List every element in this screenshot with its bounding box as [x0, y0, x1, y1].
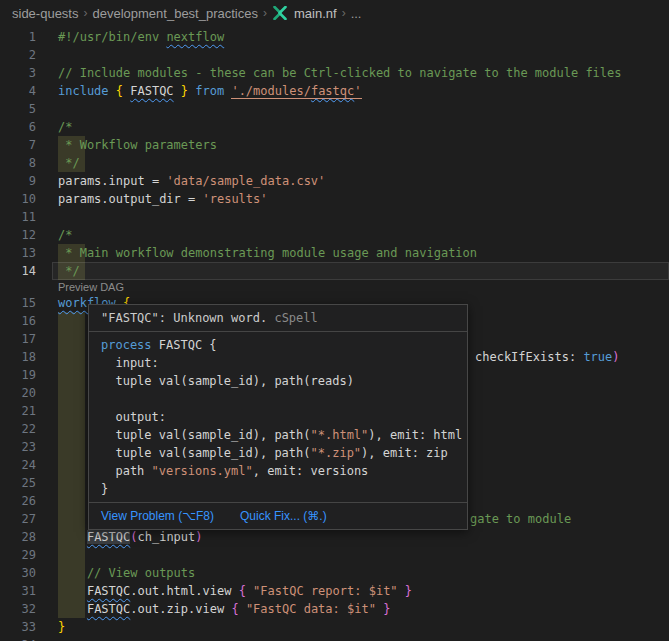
- line-number[interactable]: 2: [0, 46, 46, 64]
- line-number[interactable]: 27: [0, 510, 46, 528]
- code-token: // Include modules - these can be Ctrl-c…: [58, 66, 622, 80]
- line-number[interactable]: 20: [0, 384, 46, 402]
- code-line-content[interactable]: #!/usr/bin/env nextflow: [58, 28, 224, 46]
- code-line-content[interactable]: * Main workflow demonstrating module usa…: [58, 244, 477, 262]
- line-number[interactable]: 13: [0, 244, 46, 262]
- code-token: ch_input: [138, 530, 196, 544]
- code-line[interactable]: 13 * Main workflow demonstrating module …: [0, 244, 669, 262]
- nextflow-icon: [272, 6, 288, 20]
- code-line[interactable]: 9params.input = 'data/sample_data.csv': [0, 172, 669, 190]
- code-line-content[interactable]: params.input = 'data/sample_data.csv': [58, 172, 325, 190]
- code-line-content[interactable]: /*: [58, 226, 72, 244]
- codelens-preview-dag[interactable]: Preview DAG: [58, 281, 124, 293]
- code-line-content[interactable]: }: [58, 618, 65, 636]
- code-line[interactable]: 8 */: [0, 154, 669, 172]
- spell-error-source: cSpell: [274, 311, 317, 325]
- line-number[interactable]: 17: [0, 330, 46, 348]
- line-number[interactable]: 7: [0, 136, 46, 154]
- breadcrumb-item-symbol-ellipsis[interactable]: ...: [351, 6, 362, 21]
- code-token: ): [612, 350, 619, 364]
- line-number[interactable]: 14: [0, 262, 46, 280]
- code-line[interactable]: 3// Include modules - these can be Ctrl-…: [0, 64, 669, 82]
- line-number[interactable]: 4: [0, 82, 46, 100]
- line-number[interactable]: 29: [0, 546, 46, 564]
- hover-popup: "FASTQC": Unknown word. cSpell process F…: [88, 304, 468, 530]
- line-number[interactable]: 25: [0, 474, 46, 492]
- line-number[interactable]: 9: [0, 172, 46, 190]
- line-number[interactable]: 31: [0, 582, 46, 600]
- line-number[interactable]: 30: [0, 564, 46, 582]
- code-line[interactable]: 5: [0, 100, 669, 118]
- line-number[interactable]: 24: [0, 456, 46, 474]
- breadcrumb-item-side-quests[interactable]: side-quests: [12, 6, 78, 21]
- line-number[interactable]: 6: [0, 118, 46, 136]
- breadcrumb-item-development-best-practices[interactable]: development_best_practices: [92, 6, 258, 21]
- code-line-content[interactable]: // Include modules - these can be Ctrl-c…: [58, 64, 622, 82]
- code-token: (: [130, 530, 137, 544]
- line-number[interactable]: 12: [0, 226, 46, 244]
- code-line-content[interactable]: * Workflow parameters: [58, 136, 217, 154]
- code-line[interactable]: 10params.output_dir = 'results': [0, 190, 669, 208]
- line-number[interactable]: 11: [0, 208, 46, 226]
- code-line[interactable]: 31 FASTQC.out.html.view { "FastQC report…: [0, 582, 669, 600]
- popup-code-line: }: [101, 480, 455, 498]
- line-number[interactable]: 15: [0, 294, 46, 312]
- line-number[interactable]: 3: [0, 64, 46, 82]
- code-token: "*.html": [311, 428, 369, 442]
- code-line-content[interactable]: include { FASTQC } from './modules/fastq…: [58, 82, 362, 100]
- code-line[interactable]: 2: [0, 46, 669, 64]
- breadcrumb-item-main-nf[interactable]: main.nf: [294, 6, 337, 21]
- code-line[interactable]: 30 // View outputs: [0, 564, 669, 582]
- code-token: [58, 602, 87, 616]
- code-line[interactable]: 28 FASTQC(ch_input): [0, 528, 669, 546]
- code-line[interactable]: 29: [0, 546, 669, 564]
- code-token: // View outputs: [58, 566, 195, 580]
- line-number[interactable]: 10: [0, 190, 46, 208]
- code-line[interactable]: 14 */: [0, 262, 669, 280]
- code-line-content[interactable]: // View outputs: [58, 564, 195, 582]
- code-token: './modules/: [231, 84, 310, 99]
- code-line-content[interactable]: /*: [58, 118, 72, 136]
- code-token: params.output_dir =: [58, 192, 203, 206]
- line-number[interactable]: 21: [0, 402, 46, 420]
- code-line[interactable]: 33}: [0, 618, 669, 636]
- line-number[interactable]: 33: [0, 618, 46, 636]
- line-number[interactable]: 5: [0, 100, 46, 118]
- line-number[interactable]: 34: [0, 636, 46, 641]
- code-line[interactable]: 34: [0, 636, 669, 641]
- line-number[interactable]: 19: [0, 366, 46, 384]
- code-line[interactable]: 32 FASTQC.out.zip.view { "FastQC data: $…: [0, 600, 669, 618]
- code-line[interactable]: 6/*: [0, 118, 669, 136]
- code-line-content[interactable]: params.output_dir = 'results': [58, 190, 268, 208]
- line-number[interactable]: 1: [0, 28, 46, 46]
- line-number[interactable]: 18: [0, 348, 46, 366]
- code-token: }: [405, 584, 412, 598]
- code-token: params.input =: [58, 174, 166, 188]
- view-problem-link[interactable]: View Problem (⌥F8): [101, 507, 214, 525]
- code-line-content[interactable]: */: [58, 262, 80, 280]
- code-editor[interactable]: 1#!/usr/bin/env nextflow23// Include mod…: [0, 26, 669, 641]
- code-line-content[interactable]: */: [58, 154, 80, 172]
- code-line[interactable]: 7 * Workflow parameters: [0, 136, 669, 154]
- code-token: /*: [58, 120, 72, 134]
- code-token: FASTQC {: [159, 338, 217, 352]
- quick-fix-link[interactable]: Quick Fix... (⌘.): [240, 507, 327, 525]
- line-number[interactable]: 22: [0, 420, 46, 438]
- code-line[interactable]: 11: [0, 208, 669, 226]
- line-number[interactable]: 28: [0, 528, 46, 546]
- code-line[interactable]: 4include { FASTQC } from './modules/fast…: [0, 82, 669, 100]
- code-line[interactable]: 12/*: [0, 226, 669, 244]
- code-line-content[interactable]: FASTQC(ch_input): [58, 528, 203, 546]
- code-line-content[interactable]: FASTQC.out.html.view { "FastQC report: $…: [58, 582, 412, 600]
- line-number[interactable]: 26: [0, 492, 46, 510]
- line-number[interactable]: 32: [0, 600, 46, 618]
- code-line-content[interactable]: FASTQC.out.zip.view { "FastQC data: $it"…: [58, 600, 390, 618]
- code-line[interactable]: 1#!/usr/bin/env nextflow: [0, 28, 669, 46]
- code-token: ): [195, 530, 202, 544]
- line-number[interactable]: 8: [0, 154, 46, 172]
- popup-code-line: input:: [101, 354, 455, 372]
- code-token: 'results': [203, 192, 268, 206]
- breadcrumb-separator: ›: [263, 6, 267, 20]
- line-number[interactable]: 23: [0, 438, 46, 456]
- line-number[interactable]: 16: [0, 312, 46, 330]
